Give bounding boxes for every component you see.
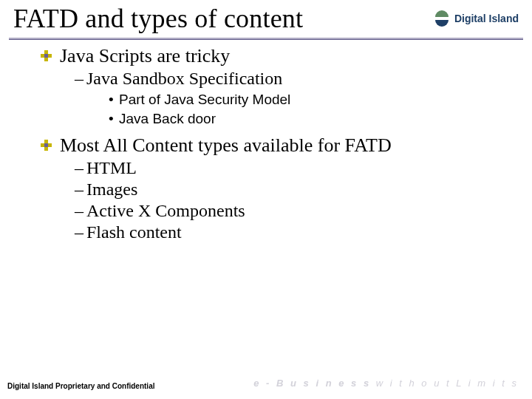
bullet-text: Active X Components [86, 201, 245, 220]
slide-body: Java Scripts are tricky –Java Sandbox Sp… [0, 45, 532, 242]
bullet-level2: –Java Sandbox Specification [41, 69, 510, 89]
title-underline [9, 37, 523, 41]
bullet-level2: –HTML [41, 158, 510, 178]
bullet-text: Part of Java Security Model [119, 92, 290, 107]
bullet-text: HTML [86, 158, 137, 177]
svg-rect-0 [41, 54, 44, 58]
bullet-level3: •Part of Java Security Model [41, 92, 510, 108]
bullet-text: Flash content [86, 222, 182, 242]
bullet-level1: Java Scripts are tricky [41, 45, 510, 67]
svg-rect-6 [44, 140, 48, 143]
bullet-text: Most All Content types available for FAT… [60, 134, 392, 156]
bullet-level1: Most All Content types available for FAT… [41, 134, 510, 157]
svg-rect-7 [44, 143, 48, 147]
bullet-level3: •Java Back door [41, 111, 510, 127]
footer-text: Digital Island Proprietary and Confident… [7, 382, 154, 390]
globe-icon [434, 10, 450, 27]
bullet-level2: –Active X Components [41, 201, 510, 221]
slide-title: FATD and types of content [13, 3, 303, 34]
svg-rect-3 [48, 54, 52, 58]
bullet-text: Java Sandbox Specification [86, 69, 282, 88]
bullet-text: Java Scripts are tricky [60, 45, 230, 66]
svg-rect-1 [44, 50, 48, 54]
svg-rect-8 [48, 143, 52, 147]
bullet-text: Java Back door [119, 111, 216, 126]
tagline: e - B u s i n e s s w i t h o u t L i m … [253, 378, 519, 389]
bullet-level2: –Images [41, 180, 510, 200]
header-row: FATD and types of content Digital Island [0, 0, 532, 34]
plus-bullet-icon [41, 140, 52, 151]
brand-text: Digital Island [454, 13, 519, 24]
bullet-level2: –Flash content [41, 222, 510, 242]
svg-rect-4 [44, 58, 48, 61]
svg-rect-2 [44, 54, 48, 58]
tagline-rest: w i t h o u t L i m i t s [371, 378, 519, 389]
svg-rect-9 [44, 147, 48, 151]
bullet-text: Images [86, 180, 137, 199]
brand-logo: Digital Island [434, 10, 519, 27]
tagline-bold: e - B u s i n e s s [253, 378, 371, 389]
svg-rect-5 [41, 143, 44, 147]
plus-bullet-icon [41, 50, 52, 61]
